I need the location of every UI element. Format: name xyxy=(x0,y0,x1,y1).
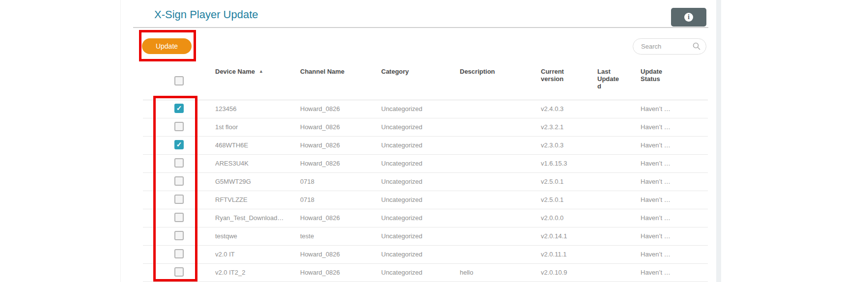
update-button[interactable]: Update xyxy=(142,38,192,54)
row-checkbox[interactable] xyxy=(174,104,184,113)
description-cell xyxy=(460,191,541,209)
table-row: 123456 Howard_0826 Uncategorized v2.4.0.… xyxy=(143,100,708,118)
description-cell xyxy=(460,172,541,191)
last-updated-cell xyxy=(597,245,641,263)
row-checkbox[interactable] xyxy=(174,249,184,258)
description-cell xyxy=(460,245,541,263)
current-version-cell: v1.6.15.3 xyxy=(541,154,597,172)
update-status-cell: Haven’t … xyxy=(641,136,708,154)
search-icon xyxy=(693,42,700,50)
description-cell xyxy=(460,100,541,118)
current-version-cell: v2.0.0.0 xyxy=(541,209,597,227)
current-version-cell: v2.3.0.3 xyxy=(541,136,597,154)
channel-name-cell: Howard_0826 xyxy=(300,136,381,154)
scrollbar-track[interactable] xyxy=(716,0,721,282)
current-version-cell: v2.3.2.1 xyxy=(541,118,597,136)
device-name-cell: G5MWT29G xyxy=(215,172,300,191)
last-updated-cell xyxy=(597,227,641,245)
device-name-cell: testqwe xyxy=(215,227,300,245)
category-cell: Uncategorized xyxy=(381,172,460,191)
table-row: RFTVLZZE 0718 Uncategorized v2.5.0.1 Hav… xyxy=(143,191,708,209)
update-status-cell: Haven’t … xyxy=(641,209,708,227)
device-name-cell: v2.0 IT2_2 xyxy=(215,263,300,282)
column-header-current-version[interactable]: Current version xyxy=(541,61,597,100)
device-name-cell: 123456 xyxy=(215,100,300,118)
column-header-category[interactable]: Category xyxy=(381,61,460,100)
last-updated-cell xyxy=(597,172,641,191)
table-row: G5MWT29G 0718 Uncategorized v2.5.0.1 Hav… xyxy=(143,172,708,191)
column-header-last-updated[interactable]: Last Updated xyxy=(597,61,641,100)
device-name-cell: v2.0 IT xyxy=(215,245,300,263)
description-cell xyxy=(460,118,541,136)
current-version-cell: v2.0.10.9 xyxy=(541,263,597,282)
row-checkbox[interactable] xyxy=(174,122,184,131)
update-status-cell: Haven’t … xyxy=(641,100,708,118)
table-row: 468WTH6E Howard_0826 Uncategorized v2.3.… xyxy=(143,136,708,154)
table-row: testqwe teste Uncategorized v2.0.14.1 Ha… xyxy=(143,227,708,245)
table-row: v2.0 IT2_2 Howard_0826 Uncategorized hel… xyxy=(143,263,708,282)
sort-asc-icon: ▲ xyxy=(259,69,263,74)
channel-name-cell: Howard_0826 xyxy=(300,118,381,136)
update-status-cell: Haven’t … xyxy=(641,172,708,191)
table-header-row: Device Name▲ Channel Name Category Descr… xyxy=(143,61,708,100)
last-updated-cell xyxy=(597,154,641,172)
last-updated-cell xyxy=(597,263,641,282)
row-checkbox[interactable] xyxy=(174,231,184,240)
column-header-device-name[interactable]: Device Name▲ xyxy=(215,61,300,100)
category-cell: Uncategorized xyxy=(381,118,460,136)
row-checkbox[interactable] xyxy=(174,267,184,277)
row-checkbox[interactable] xyxy=(174,158,184,168)
update-status-cell: Haven’t … xyxy=(641,245,708,263)
row-checkbox[interactable] xyxy=(174,176,184,186)
device-name-cell: 468WTH6E xyxy=(215,136,300,154)
category-cell: Uncategorized xyxy=(381,100,460,118)
select-all-checkbox[interactable] xyxy=(174,76,184,85)
current-version-cell: v2.0.11.1 xyxy=(541,245,597,263)
current-version-cell: v2.5.0.1 xyxy=(541,191,597,209)
update-status-cell: Haven’t … xyxy=(641,191,708,209)
category-cell: Uncategorized xyxy=(381,191,460,209)
column-header-channel-name[interactable]: Channel Name xyxy=(300,61,381,100)
device-name-cell: 1st floor xyxy=(215,118,300,136)
column-header-description[interactable]: Description xyxy=(460,61,541,100)
search-box xyxy=(633,38,706,55)
last-updated-cell xyxy=(597,191,641,209)
channel-name-cell: Howard_0826 xyxy=(300,209,381,227)
update-status-cell: Haven’t … xyxy=(641,227,708,245)
update-status-cell: Haven’t … xyxy=(641,263,708,282)
channel-name-cell: Howard_0826 xyxy=(300,100,381,118)
current-version-cell: v2.0.14.1 xyxy=(541,227,597,245)
channel-name-cell: 0718 xyxy=(300,172,381,191)
player-update-panel: X-Sign Player Update i Update Device Nam… xyxy=(120,0,716,282)
current-version-cell: v2.5.0.1 xyxy=(541,172,597,191)
title-divider xyxy=(133,27,708,28)
category-cell: Uncategorized xyxy=(381,136,460,154)
last-updated-cell xyxy=(597,136,641,154)
channel-name-cell: 0718 xyxy=(300,191,381,209)
table-body: 123456 Howard_0826 Uncategorized v2.4.0.… xyxy=(143,100,708,282)
table-row: v2.0 IT Howard_0826 Uncategorized v2.0.1… xyxy=(143,245,708,263)
category-cell: Uncategorized xyxy=(381,209,460,227)
row-checkbox[interactable] xyxy=(174,195,184,204)
channel-name-cell: teste xyxy=(300,227,381,245)
column-header-update-status[interactable]: Update Status xyxy=(641,61,708,100)
description-cell xyxy=(460,154,541,172)
category-cell: Uncategorized xyxy=(381,245,460,263)
row-checkbox[interactable] xyxy=(174,140,184,149)
description-cell xyxy=(460,136,541,154)
update-status-cell: Haven’t … xyxy=(641,154,708,172)
row-checkbox[interactable] xyxy=(174,213,184,222)
channel-name-cell: Howard_0826 xyxy=(300,245,381,263)
category-cell: Uncategorized xyxy=(381,154,460,172)
table-row: ARES3U4K Howard_0826 Uncategorized v1.6.… xyxy=(143,154,708,172)
info-circle-icon: i xyxy=(684,13,693,22)
page-title: X-Sign Player Update xyxy=(154,8,258,21)
description-cell: hello xyxy=(460,263,541,282)
category-cell: Uncategorized xyxy=(381,263,460,282)
table-row: Ryan_Test_Download… Howard_0826 Uncatego… xyxy=(143,209,708,227)
device-name-cell: RFTVLZZE xyxy=(215,191,300,209)
device-table: Device Name▲ Channel Name Category Descr… xyxy=(143,61,708,282)
info-button[interactable]: i xyxy=(671,8,706,27)
description-cell xyxy=(460,227,541,245)
current-version-cell: v2.4.0.3 xyxy=(541,100,597,118)
